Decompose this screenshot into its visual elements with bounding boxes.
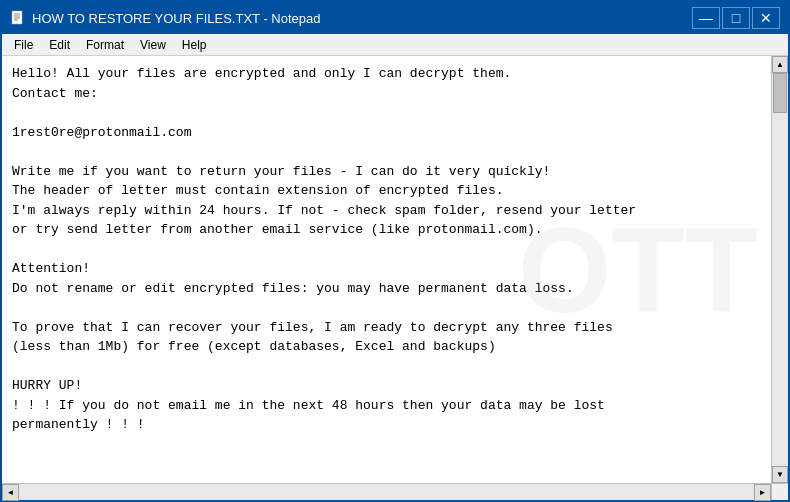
scroll-track[interactable] <box>772 73 788 466</box>
vertical-scrollbar[interactable]: ▲ ▼ <box>771 56 788 483</box>
app-icon <box>10 10 26 26</box>
maximize-button[interactable]: □ <box>722 7 750 29</box>
window-controls: — □ ✕ <box>692 7 780 29</box>
menu-file[interactable]: File <box>6 34 41 55</box>
scroll-down-button[interactable]: ▼ <box>772 466 788 483</box>
menu-bar: File Edit Format View Help <box>2 34 788 56</box>
scroll-thumb[interactable] <box>773 73 787 113</box>
title-bar: HOW TO RESTORE YOUR FILES.TXT - Notepad … <box>2 2 788 34</box>
horizontal-scroll-track[interactable] <box>19 484 754 500</box>
close-button[interactable]: ✕ <box>752 7 780 29</box>
corner-box <box>771 483 788 500</box>
menu-view[interactable]: View <box>132 34 174 55</box>
scroll-up-button[interactable]: ▲ <box>772 56 788 73</box>
window-title: HOW TO RESTORE YOUR FILES.TXT - Notepad <box>32 11 692 26</box>
notepad-window: HOW TO RESTORE YOUR FILES.TXT - Notepad … <box>0 0 790 502</box>
scroll-left-button[interactable]: ◄ <box>2 484 19 501</box>
content-area: Hello! All your files are encrypted and … <box>2 56 788 483</box>
minimize-button[interactable]: — <box>692 7 720 29</box>
menu-edit[interactable]: Edit <box>41 34 78 55</box>
bottom-area: ◄ ► <box>2 483 788 500</box>
text-editor[interactable]: Hello! All your files are encrypted and … <box>2 56 771 483</box>
scroll-right-button[interactable]: ► <box>754 484 771 501</box>
menu-format[interactable]: Format <box>78 34 132 55</box>
horizontal-scrollbar[interactable]: ◄ ► <box>2 483 771 500</box>
menu-help[interactable]: Help <box>174 34 215 55</box>
